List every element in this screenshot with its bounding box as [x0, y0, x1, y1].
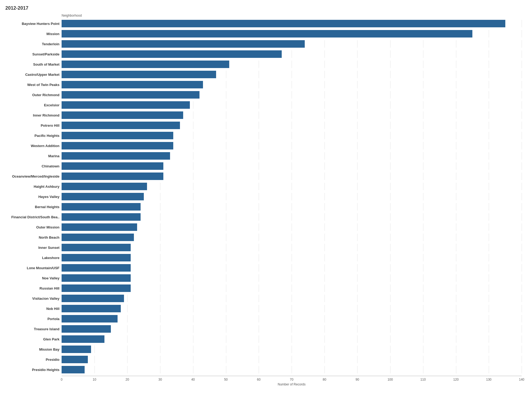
bar-label: Noe Valley — [5, 276, 62, 280]
bar-row: Excelsior — [5, 100, 522, 110]
bar-row: Visitacion Valley — [5, 293, 522, 303]
bar-track — [62, 183, 522, 190]
bar-row: Bernal Heights — [5, 202, 522, 212]
bar-row: Pacific Heights — [5, 130, 522, 141]
bar-label: Bayview Hunters Point — [5, 22, 62, 26]
x-axis-tick: 130 — [486, 378, 491, 381]
bar-label: Bernal Heights — [5, 205, 62, 209]
chart-container: 2012-2017 Neighborhood Bayview Hunters P… — [0, 0, 527, 402]
bar-fill — [62, 274, 131, 282]
bar-fill — [62, 335, 104, 343]
bar-fill — [62, 305, 121, 312]
bar-fill — [62, 346, 91, 353]
bar-label: South of Market — [5, 62, 62, 66]
bar-label: Lone Mountain/USF — [5, 266, 62, 270]
bar-track — [62, 203, 522, 211]
bar-label: Chinatown — [5, 164, 62, 168]
bar-track — [62, 264, 522, 272]
bar-row: West of Twin Peaks — [5, 80, 522, 90]
bar-track — [62, 101, 522, 109]
bar-fill — [62, 295, 124, 302]
bar-track — [62, 284, 522, 292]
bar-fill — [62, 223, 137, 231]
bar-fill — [62, 183, 147, 190]
bar-row: Mission Bay — [5, 344, 522, 354]
bar-chart: Bayview Hunters PointMissionTenderloinSu… — [5, 18, 522, 375]
x-axis-tick: 20 — [126, 378, 129, 381]
bar-track — [62, 162, 522, 170]
bar-row: Sunset/Parkside — [5, 49, 522, 59]
bar-label: Pacific Heights — [5, 134, 62, 138]
bar-label: Castro/Upper Market — [5, 73, 62, 77]
bar-fill — [62, 315, 118, 322]
bar-track — [62, 274, 522, 282]
bar-fill — [62, 172, 163, 180]
bar-track — [62, 50, 522, 58]
x-axis-tick: 10 — [93, 378, 96, 381]
bar-row: Tenderloin — [5, 39, 522, 49]
bar-row: Potrero Hill — [5, 120, 522, 130]
bar-fill — [62, 122, 180, 129]
bar-label: Mission — [5, 32, 62, 36]
bar-label: Oceanview/Merced/Ingleside — [5, 174, 62, 178]
bar-track — [62, 254, 522, 261]
bar-fill — [62, 152, 170, 160]
bar-fill — [62, 244, 131, 251]
bar-track — [62, 223, 522, 231]
bar-label: Mission Bay — [5, 347, 62, 351]
bar-fill — [62, 162, 163, 170]
bar-track — [62, 71, 522, 78]
bar-track — [62, 366, 522, 373]
bar-track — [62, 20, 522, 27]
bar-row: Outer Mission — [5, 222, 522, 232]
bar-row: Noe Valley — [5, 273, 522, 283]
bar-fill — [62, 30, 472, 38]
bar-track — [62, 30, 522, 38]
bar-label: Outer Mission — [5, 225, 62, 229]
bar-label: Outer Richmond — [5, 93, 62, 97]
bar-label: Western Addition — [5, 144, 62, 148]
bar-fill — [62, 50, 282, 58]
bar-row: Western Addition — [5, 141, 522, 151]
bar-track — [62, 142, 522, 149]
chart-area: Neighborhood Bayview Hunters PointMissio… — [5, 14, 522, 386]
bar-fill — [62, 111, 183, 119]
bar-label: Presidio Heights — [5, 368, 62, 372]
bar-label: Presidio — [5, 358, 62, 362]
bar-row: Bayview Hunters Point — [5, 18, 522, 29]
bar-track — [62, 172, 522, 180]
bar-label: Visitacion Valley — [5, 297, 62, 301]
bar-row: South of Market — [5, 59, 522, 69]
bar-track — [62, 213, 522, 221]
bar-fill — [62, 20, 505, 27]
x-axis-tick: 90 — [356, 378, 359, 381]
bar-label: Excelsior — [5, 103, 62, 107]
x-axis-label: Number of Records — [62, 382, 522, 386]
bar-track — [62, 244, 522, 251]
bar-label: Nob Hill — [5, 307, 62, 311]
bar-label: Inner Sunset — [5, 246, 62, 250]
bar-track — [62, 91, 522, 99]
bar-track — [62, 346, 522, 353]
bar-fill — [62, 213, 141, 221]
bar-track — [62, 111, 522, 119]
bar-fill — [62, 142, 173, 149]
x-axis-tick: 70 — [290, 378, 293, 381]
x-axis-tick: 50 — [224, 378, 228, 381]
bar-row: Glen Park — [5, 334, 522, 344]
bar-fill — [62, 40, 305, 48]
bar-fill — [62, 193, 144, 200]
bar-track — [62, 81, 522, 88]
bar-row: Presidio Heights — [5, 365, 522, 375]
bar-row: Russian Hill — [5, 283, 522, 293]
bar-row: Oceanview/Merced/Ingleside — [5, 171, 522, 181]
x-axis-tick: 40 — [191, 378, 195, 381]
bar-row: Mission — [5, 29, 522, 39]
bar-fill — [62, 91, 199, 99]
bar-row: Financial District/South Bea.. — [5, 212, 522, 222]
bar-label: Sunset/Parkside — [5, 52, 62, 56]
x-axis-tick: 80 — [323, 378, 326, 381]
x-axis-tick: 110 — [420, 378, 426, 381]
bar-track — [62, 295, 522, 302]
bar-label: Lakeshore — [5, 256, 62, 260]
